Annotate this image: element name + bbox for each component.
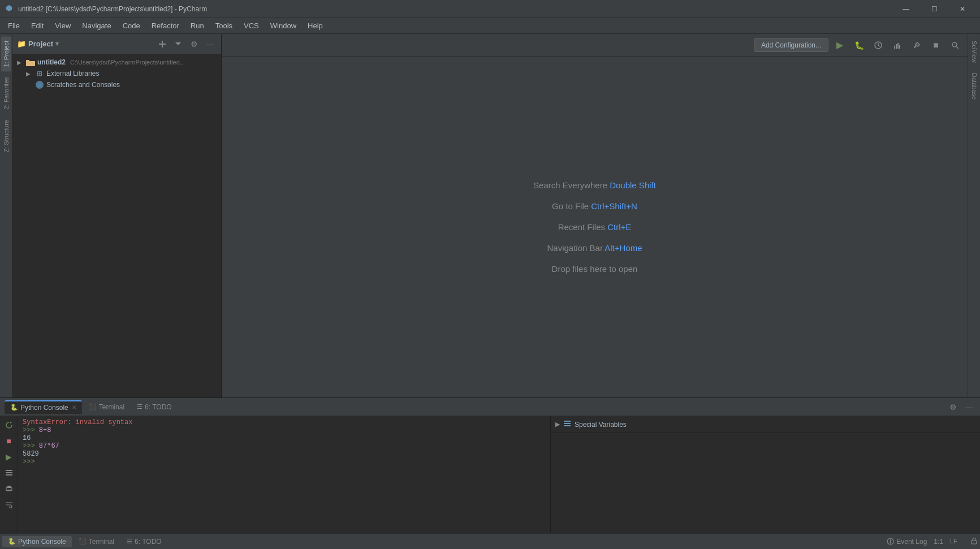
menu-vcs[interactable]: VCS xyxy=(238,19,265,32)
tree-arrow-libs: ▶ xyxy=(26,71,33,77)
bottom-panel-tabs: 🐍 Python Console ✕ ⬛ Terminal ☰ 6: TODO … xyxy=(0,398,980,416)
value-1: 16 xyxy=(23,434,31,442)
svg-rect-8 xyxy=(899,45,900,49)
run-console-button[interactable]: ▶ xyxy=(2,450,16,464)
status-tab-python-console[interactable]: 🐍 Python Console xyxy=(2,536,72,547)
external-libs-label: External Libraries xyxy=(46,70,99,77)
variables-expand-arrow[interactable]: ▶ xyxy=(555,421,560,428)
svg-rect-17 xyxy=(564,421,571,422)
console-line-6: >>> xyxy=(23,458,546,466)
menu-tools[interactable]: Tools xyxy=(210,19,238,32)
scratches-label: Scratches and Consoles xyxy=(46,81,120,89)
bottom-tab-todo[interactable]: ☰ 6: TODO xyxy=(131,401,178,413)
svg-rect-19 xyxy=(564,425,571,426)
project-tree: ▶ untitled2 C:\Users\ydsd\PycharmProject… xyxy=(12,54,221,397)
profile-button[interactable] xyxy=(890,37,905,53)
svg-rect-18 xyxy=(564,423,571,424)
hint-go-to-file: Go to File Ctrl+Shift+N xyxy=(552,201,637,211)
add-configuration-button[interactable]: Add Configuration... xyxy=(754,38,828,52)
prompt-1: >>> xyxy=(23,426,39,434)
soft-wrap-button[interactable] xyxy=(2,498,16,511)
svg-point-22 xyxy=(890,542,891,543)
status-tab-todo[interactable]: ☰ 6: TODO xyxy=(121,536,167,547)
status-bar: 🐍 Python Console ⬛ Terminal ☰ 6: TODO Ev… xyxy=(0,533,980,549)
build-button[interactable] xyxy=(909,37,925,53)
project-root-name: untitled2 xyxy=(37,58,66,66)
cursor-position[interactable]: 1:1 xyxy=(934,538,943,546)
debug-button[interactable]: 🐛 xyxy=(851,37,867,53)
project-root-path: C:\Users\ydsd\PycharmProjects\untitled..… xyxy=(70,59,185,66)
lf-icon[interactable]: LF xyxy=(950,537,964,544)
collapse-all-button[interactable] xyxy=(171,37,185,51)
show-variables-button[interactable] xyxy=(2,466,16,479)
close-button[interactable]: ✕ xyxy=(949,0,975,18)
special-variables-label: Special Variables xyxy=(575,421,627,429)
python-console-tab-label: Python Console xyxy=(20,404,68,412)
svg-rect-6 xyxy=(896,44,897,49)
minimize-button[interactable]: — xyxy=(893,0,919,18)
svg-rect-16 xyxy=(7,490,11,491)
prompt-3: >>> xyxy=(23,458,35,466)
tree-arrow-root: ▶ xyxy=(17,59,24,66)
hint-drop-files: Drop files here to open xyxy=(552,264,638,274)
menu-window[interactable]: Window xyxy=(265,19,302,32)
menu-edit[interactable]: Edit xyxy=(25,19,49,32)
coverage-button[interactable] xyxy=(870,37,886,53)
bottom-panel-minimize-button[interactable]: — xyxy=(962,400,975,414)
read-only-icon xyxy=(970,537,978,546)
status-tab-terminal[interactable]: ⬛ Terminal xyxy=(73,536,120,547)
sidebar-tab-favorites[interactable]: 2: Favorites xyxy=(1,72,11,114)
scratches-icon xyxy=(35,80,44,89)
rerun-button[interactable] xyxy=(2,418,16,432)
python-console-close-icon[interactable]: ✕ xyxy=(72,404,76,410)
search-everywhere-button[interactable] xyxy=(947,37,963,53)
main-container: 1: Project 2: Favorites Z: Structure 📁 P… xyxy=(0,34,980,397)
status-terminal-label: Terminal xyxy=(89,538,114,546)
menu-view[interactable]: View xyxy=(49,19,76,32)
bottom-panel-settings-button[interactable]: ⚙ xyxy=(946,400,960,414)
event-log-label: Event Log xyxy=(896,538,927,546)
stop-button[interactable]: ■ xyxy=(928,37,944,53)
svg-rect-13 xyxy=(6,474,12,475)
bottom-panel-right-icons: ⚙ — xyxy=(946,400,975,414)
run-button[interactable]: ▶ xyxy=(832,37,848,53)
menu-help[interactable]: Help xyxy=(302,19,329,32)
menu-run[interactable]: Run xyxy=(185,19,210,32)
line-separator: LF xyxy=(950,537,964,546)
event-log-button[interactable]: Event Log xyxy=(887,538,927,546)
sidebar-tab-structure[interactable]: Z: Structure xyxy=(1,115,11,157)
menu-file[interactable]: File xyxy=(2,19,25,32)
sidebar-tab-project[interactable]: 1: Project xyxy=(1,36,11,71)
tree-item-scratches[interactable]: Scratches and Consoles xyxy=(12,79,221,90)
libraries-icon: ⊞ xyxy=(35,69,44,78)
tree-item-project-root[interactable]: ▶ untitled2 C:\Users\ydsd\PycharmProject… xyxy=(12,57,221,68)
maximize-button[interactable]: ☐ xyxy=(921,0,947,18)
hide-panel-button[interactable]: — xyxy=(203,37,217,51)
variables-toolbar: ▶ Special Variables xyxy=(551,416,980,433)
bottom-tab-terminal[interactable]: ⬛ Terminal xyxy=(83,401,130,413)
menu-refactor[interactable]: Refactor xyxy=(146,19,185,32)
right-tab-database[interactable]: Database xyxy=(969,68,979,104)
new-element-button[interactable] xyxy=(156,37,169,51)
menu-navigate[interactable]: Navigate xyxy=(76,19,116,32)
console-output[interactable]: SyntaxError: invalid syntax >>> 8+8 16 >… xyxy=(18,416,550,533)
window-title: untitled2 [C:\Users\ydsd\PycharmProjects… xyxy=(18,5,893,13)
tree-item-external-libs[interactable]: ▶ ⊞ External Libraries xyxy=(12,68,221,79)
todo-tab-label: 6: TODO xyxy=(145,403,172,411)
panel-title-arrow[interactable]: ▾ xyxy=(55,40,59,47)
menu-code[interactable]: Code xyxy=(117,19,146,32)
svg-rect-11 xyxy=(6,470,12,471)
event-log-icon xyxy=(887,538,894,545)
console-line-1: SyntaxError: invalid syntax xyxy=(23,418,546,426)
stop-console-button[interactable]: ■ xyxy=(2,434,16,448)
code-1: 8+8 xyxy=(39,426,51,434)
todo-tab-icon: ☰ xyxy=(137,403,143,410)
bottom-tab-python-console[interactable]: 🐍 Python Console ✕ xyxy=(5,400,82,414)
hint-search-everywhere: Search Everywhere Double Shift xyxy=(533,180,656,190)
print-button[interactable] xyxy=(2,482,16,495)
settings-button[interactable]: ⚙ xyxy=(187,37,201,51)
right-tab-sciview[interactable]: SciView xyxy=(969,36,979,67)
code-2: 87*67 xyxy=(39,442,59,450)
console-left-toolbar: ■ ▶ xyxy=(0,416,18,533)
right-sidebar-tabs: SciView Database xyxy=(968,34,980,397)
